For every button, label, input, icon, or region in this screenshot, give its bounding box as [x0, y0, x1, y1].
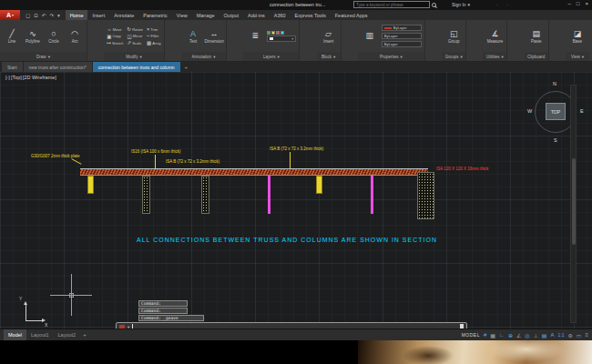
panel-label-clipboard[interactable]: Clipboard: [525, 52, 548, 61]
tab-home[interactable]: Home: [66, 10, 88, 20]
annotation-text[interactable]: ISA B (72 x 72 x 3.2mm thick): [166, 159, 219, 164]
panel-label-block[interactable]: Block ▾: [317, 52, 341, 61]
measure-button[interactable]: ∡ Measure: [485, 29, 504, 44]
tab-insert[interactable]: Insert: [87, 10, 109, 20]
truss-beam[interactable]: [80, 168, 428, 176]
panel-label-utilities[interactable]: Utilities ▾: [483, 52, 506, 61]
viewport-menu-control[interactable]: [-]: [5, 75, 10, 80]
polyline-button[interactable]: ∿ Polyline: [24, 29, 42, 44]
layer-dropdown[interactable]: ▾: [267, 35, 296, 42]
annotation-text[interactable]: ISA B (72 x 72 x 3.2mm thick): [270, 147, 323, 151]
isodraft-icon[interactable]: ∠: [516, 332, 521, 339]
insert-button[interactable]: ▱ Insert: [320, 29, 338, 44]
grid-icon[interactable]: #: [484, 332, 486, 338]
panel-label-view[interactable]: View ▾: [566, 52, 589, 61]
file-tab-new-truss[interactable]: new truss after construction*: [24, 62, 92, 72]
panel-label-draw[interactable]: Draw ▾: [0, 52, 87, 61]
match-properties-button[interactable]: ▥: [361, 31, 379, 41]
color-dropdown[interactable]: ByLayer: [382, 25, 422, 31]
tab-add-ins[interactable]: Add-ins: [243, 10, 270, 20]
tab-model[interactable]: Model: [4, 329, 26, 341]
search-input[interactable]: [353, 1, 430, 8]
panel-label-properties[interactable]: Properties ▾: [358, 52, 424, 61]
paste-button[interactable]: ▤ Paste: [527, 29, 546, 44]
tab-output[interactable]: Output: [219, 10, 244, 20]
annotation-text[interactable]: IS16 (ISA 100 x 6mm thick): [131, 149, 181, 154]
new-tab-button[interactable]: +: [181, 62, 192, 72]
tab-annotate[interactable]: Annotate: [109, 10, 138, 20]
layer-color-icon[interactable]: [281, 31, 284, 35]
file-tab-start[interactable]: Start: [2, 62, 23, 72]
layer-lock-icon[interactable]: [276, 31, 280, 35]
new-icon[interactable]: ▢: [26, 13, 30, 18]
model-space-label[interactable]: MODEL: [462, 332, 480, 338]
ucs-icon[interactable]: [26, 304, 26, 320]
move-button[interactable]: ⇔Move: [107, 26, 123, 32]
annotation-visibility-icon[interactable]: A: [550, 332, 554, 338]
lineweight-icon[interactable]: ⊥: [534, 332, 538, 339]
compass-east[interactable]: E: [580, 108, 584, 114]
scrollbar-thumb[interactable]: [572, 158, 577, 245]
text-button[interactable]: A Text: [184, 29, 202, 44]
drawing-note[interactable]: ALL CONNECTIONS BETWEEN TRUSS AND COLUMN…: [137, 237, 437, 243]
snap-icon[interactable]: ▦: [490, 332, 495, 339]
tab-layout2[interactable]: Layout2: [54, 329, 81, 341]
polar-tracking-icon[interactable]: ⊕: [508, 332, 513, 339]
panel-label-groups[interactable]: Groups ▾: [442, 52, 465, 61]
drawing-canvas[interactable]: [-] [Top] [2D Wireframe] N W E S TOP G30…: [0, 72, 592, 329]
circle-button[interactable]: ○ Circle: [45, 29, 63, 44]
copy-button[interactable]: ▣Copy: [107, 33, 123, 39]
panel-label-modify[interactable]: Modify ▾: [104, 52, 163, 61]
viewcube-top-face[interactable]: TOP: [546, 103, 566, 120]
panel-label-annotation[interactable]: Annotation ▾: [181, 52, 226, 61]
workspace-icon[interactable]: ▭: [577, 332, 582, 339]
tab-featured-apps[interactable]: Featured Apps: [331, 10, 373, 20]
ortho-icon[interactable]: ∟: [499, 332, 505, 338]
layer-on-icon[interactable]: [267, 31, 270, 35]
column-support[interactable]: [268, 176, 270, 214]
sign-in-button[interactable]: Sign In ▾: [452, 2, 470, 7]
fillet-button[interactable]: ⌣Fillet: [147, 33, 161, 39]
annotation-text[interactable]: G30/G007 2mm thick plate: [31, 154, 80, 158]
column-support[interactable]: [417, 172, 434, 219]
tab-a360[interactable]: A360: [270, 10, 291, 20]
column-support[interactable]: [201, 176, 209, 214]
annotation-scale-control[interactable]: 1:1: [557, 332, 564, 338]
column-support[interactable]: [371, 176, 373, 214]
rotate-button[interactable]: ↻Rotate: [128, 26, 143, 32]
qat-customize-icon[interactable]: ▾: [57, 13, 60, 18]
line-button[interactable]: ╱ Line: [3, 29, 21, 44]
base-button[interactable]: ◪ Base: [568, 29, 587, 44]
redo-icon[interactable]: ↷: [49, 13, 54, 18]
arc-button[interactable]: ◠ Arc: [66, 29, 84, 44]
trim-button[interactable]: ×Trim: [147, 26, 161, 32]
maximize-button[interactable]: □: [577, 1, 580, 6]
layer-properties-button[interactable]: ≣: [246, 31, 264, 41]
compass-west[interactable]: W: [527, 108, 532, 114]
customization-icon[interactable]: ≡: [585, 332, 588, 338]
layer-freeze-icon[interactable]: [271, 31, 275, 35]
mirror-button[interactable]: ◫Mirror: [128, 33, 143, 39]
column-support[interactable]: [87, 176, 94, 194]
column-support[interactable]: [316, 176, 322, 194]
array-button[interactable]: ▦Array: [147, 40, 161, 46]
plot-icon[interactable]: ⊡: [34, 13, 38, 18]
transparency-icon[interactable]: ▤: [542, 332, 547, 339]
viewport-view-control[interactable]: [Top]: [11, 75, 22, 80]
new-layout-button[interactable]: +: [80, 332, 89, 338]
search-icon[interactable]: [432, 3, 436, 7]
viewport-style-control[interactable]: [2D Wireframe]: [23, 75, 56, 80]
compass-south[interactable]: S: [554, 137, 557, 143]
gear-icon[interactable]: ⚙: [567, 332, 572, 339]
tab-manage[interactable]: Manage: [192, 10, 219, 20]
tab-parametric[interactable]: Parametric: [138, 10, 172, 20]
panel-label-layers[interactable]: Layers ▾: [243, 52, 299, 61]
undo-icon[interactable]: ↶: [42, 13, 46, 18]
minimize-button[interactable]: –: [568, 1, 571, 6]
group-button[interactable]: ◱ Group: [444, 29, 463, 44]
application-menu-button[interactable]: A ▾: [0, 10, 20, 20]
linetype-dropdown[interactable]: ByLayer: [382, 33, 422, 39]
file-tab-connection[interactable]: connection between truss and column: [93, 62, 180, 72]
dimension-button[interactable]: ↔ Dimension: [205, 29, 223, 44]
annotation-text[interactable]: ISA 120 X 120 X 16mm thick: [436, 167, 488, 171]
